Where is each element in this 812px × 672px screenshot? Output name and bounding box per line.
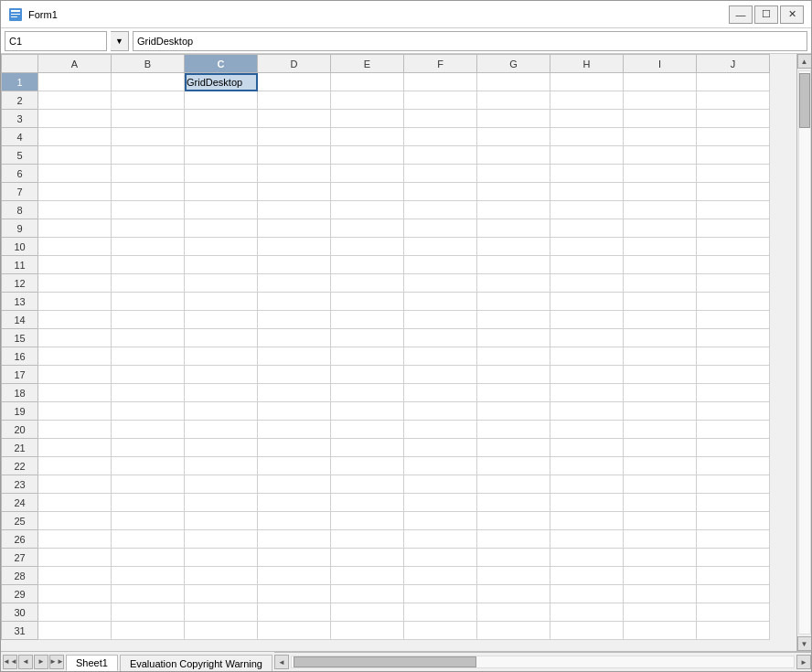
cell-E22[interactable] — [331, 457, 404, 475]
cell-B5[interactable] — [112, 146, 185, 165]
cell-I7[interactable] — [624, 183, 697, 201]
cell-B3[interactable] — [112, 110, 185, 128]
row-header-8[interactable]: 8 — [2, 201, 38, 219]
col-header-I[interactable]: I — [624, 55, 697, 73]
cell-B6[interactable] — [112, 165, 185, 183]
row-header-31[interactable]: 31 — [2, 622, 38, 640]
cell-A29[interactable] — [38, 585, 112, 603]
row-header-24[interactable]: 24 — [2, 494, 38, 512]
formula-input[interactable] — [133, 31, 807, 51]
cell-A12[interactable] — [38, 274, 112, 293]
cell-F31[interactable] — [404, 622, 477, 640]
cell-A24[interactable] — [38, 494, 112, 512]
cell-A27[interactable] — [38, 549, 112, 567]
cell-D17[interactable] — [258, 366, 331, 384]
cell-I1[interactable] — [624, 73, 697, 91]
tab-nav-next[interactable]: ► — [34, 655, 48, 669]
col-header-D[interactable]: D — [258, 55, 331, 73]
row-header-11[interactable]: 11 — [2, 256, 38, 274]
cell-E19[interactable] — [331, 402, 404, 421]
row-header-22[interactable]: 22 — [2, 457, 38, 475]
cell-I20[interactable] — [624, 421, 697, 439]
cell-E1[interactable] — [331, 73, 404, 91]
cell-E8[interactable] — [331, 201, 404, 219]
cell-G20[interactable] — [477, 421, 550, 439]
cell-B22[interactable] — [112, 457, 185, 475]
cell-B26[interactable] — [112, 530, 185, 549]
cell-G23[interactable] — [477, 475, 550, 494]
cell-E9[interactable] — [331, 219, 404, 238]
cell-I21[interactable] — [624, 439, 697, 457]
col-header-G[interactable]: G — [477, 55, 550, 73]
cell-C18[interactable] — [185, 384, 258, 402]
cell-G28[interactable] — [477, 567, 550, 585]
cell-G14[interactable] — [477, 311, 550, 329]
cell-E24[interactable] — [331, 494, 404, 512]
cell-G30[interactable] — [477, 603, 550, 622]
cell-J3[interactable] — [697, 110, 770, 128]
cell-E31[interactable] — [331, 622, 404, 640]
row-header-6[interactable]: 6 — [2, 165, 38, 183]
row-header-14[interactable]: 14 — [2, 311, 38, 329]
cell-J21[interactable] — [697, 439, 770, 457]
cell-A1[interactable] — [38, 73, 112, 91]
row-header-20[interactable]: 20 — [2, 421, 38, 439]
row-header-4[interactable]: 4 — [2, 128, 38, 146]
cell-J15[interactable] — [697, 329, 770, 347]
cell-G19[interactable] — [477, 402, 550, 421]
cell-F15[interactable] — [404, 329, 477, 347]
cell-H27[interactable] — [550, 549, 624, 567]
cell-J27[interactable] — [697, 549, 770, 567]
cell-B9[interactable] — [112, 219, 185, 238]
cell-B4[interactable] — [112, 128, 185, 146]
cell-D2[interactable] — [258, 91, 331, 110]
cell-E10[interactable] — [331, 238, 404, 256]
cell-B14[interactable] — [112, 311, 185, 329]
cell-E28[interactable] — [331, 567, 404, 585]
cell-D1[interactable] — [258, 73, 331, 91]
cell-E11[interactable] — [331, 256, 404, 274]
cell-E4[interactable] — [331, 128, 404, 146]
cell-E7[interactable] — [331, 183, 404, 201]
cell-D29[interactable] — [258, 585, 331, 603]
cell-C27[interactable] — [185, 549, 258, 567]
scroll-up-button[interactable]: ▲ — [797, 54, 812, 69]
cell-G26[interactable] — [477, 530, 550, 549]
cell-C1[interactable]: GridDesktop — [185, 73, 258, 91]
cell-H19[interactable] — [550, 402, 624, 421]
cell-J18[interactable] — [697, 384, 770, 402]
cell-E14[interactable] — [331, 311, 404, 329]
scroll-track-horizontal[interactable] — [291, 656, 795, 668]
cell-B27[interactable] — [112, 549, 185, 567]
cell-B17[interactable] — [112, 366, 185, 384]
cell-C6[interactable] — [185, 165, 258, 183]
cell-F7[interactable] — [404, 183, 477, 201]
cell-I31[interactable] — [624, 622, 697, 640]
cell-C31[interactable] — [185, 622, 258, 640]
row-header-16[interactable]: 16 — [2, 347, 38, 366]
cell-G3[interactable] — [477, 110, 550, 128]
cell-J4[interactable] — [697, 128, 770, 146]
cell-D26[interactable] — [258, 530, 331, 549]
cell-E27[interactable] — [331, 549, 404, 567]
cell-B28[interactable] — [112, 567, 185, 585]
row-header-7[interactable]: 7 — [2, 183, 38, 201]
cell-D12[interactable] — [258, 274, 331, 293]
cell-E13[interactable] — [331, 293, 404, 311]
scroll-track-vertical[interactable] — [798, 70, 811, 635]
row-header-13[interactable]: 13 — [2, 293, 38, 311]
cell-D13[interactable] — [258, 293, 331, 311]
scroll-thumb-horizontal[interactable] — [294, 656, 476, 667]
row-header-26[interactable]: 26 — [2, 530, 38, 549]
cell-I22[interactable] — [624, 457, 697, 475]
cell-B11[interactable] — [112, 256, 185, 274]
cell-B18[interactable] — [112, 384, 185, 402]
cell-H14[interactable] — [550, 311, 624, 329]
cell-E17[interactable] — [331, 366, 404, 384]
cell-F17[interactable] — [404, 366, 477, 384]
cell-J10[interactable] — [697, 238, 770, 256]
cell-F14[interactable] — [404, 311, 477, 329]
cell-I25[interactable] — [624, 512, 697, 530]
cell-D31[interactable] — [258, 622, 331, 640]
scroll-thumb-vertical[interactable] — [799, 73, 810, 128]
